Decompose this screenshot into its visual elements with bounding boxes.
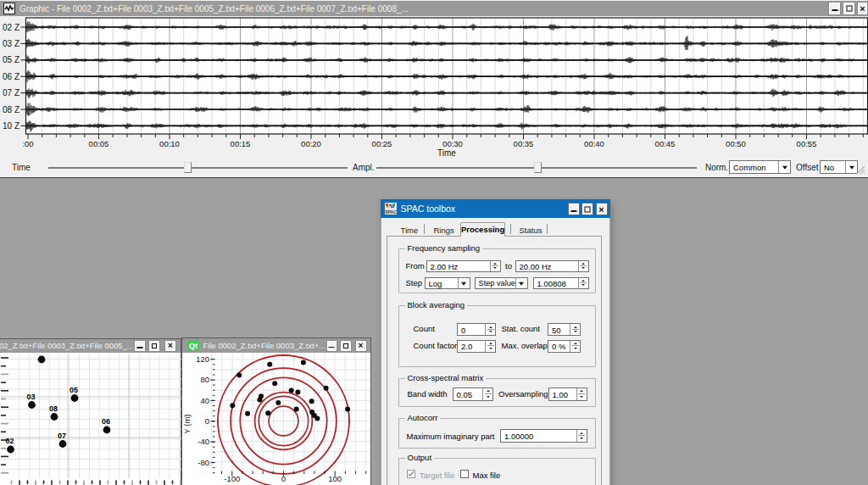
svg-text::00: :00 (22, 139, 33, 148)
svg-text:05 Z: 05 Z (3, 55, 19, 64)
svg-text:-100: -100 (224, 474, 240, 483)
svg-text:02 Z: 02 Z (3, 23, 19, 32)
svg-text:-40: -40 (198, 437, 209, 446)
svg-text:0: 0 (281, 474, 285, 483)
svg-text:00:15: 00:15 (231, 139, 251, 148)
svg-text:05: 05 (70, 385, 78, 393)
svg-text:00:25: 00:25 (372, 139, 392, 148)
svg-text:00:55: 00:55 (797, 139, 817, 148)
svg-text:06 Z: 06 Z (3, 72, 19, 81)
svg-text:08 Z: 08 Z (3, 105, 19, 114)
svg-text:Time: Time (437, 148, 456, 158)
svg-text:00:45: 00:45 (655, 139, 676, 148)
svg-text:10 Z: 10 Z (3, 121, 19, 131)
svg-text:00:35: 00:35 (514, 139, 534, 148)
svg-text:80: 80 (200, 375, 209, 384)
svg-text:00:50: 00:50 (726, 139, 746, 148)
svg-text:00:10: 00:10 (159, 139, 180, 148)
svg-text:0: 0 (204, 416, 209, 426)
svg-text:100: 100 (328, 474, 342, 483)
svg-text:00:30: 00:30 (442, 139, 463, 148)
svg-text:07 Z: 07 Z (3, 88, 19, 98)
svg-text:120: 120 (196, 354, 209, 363)
svg-text:SPAC: SPAC (385, 209, 397, 215)
svg-text:00:05: 00:05 (89, 139, 109, 148)
svg-text:08: 08 (49, 404, 58, 412)
svg-text:-80: -80 (198, 457, 209, 466)
svg-text:03: 03 (26, 392, 35, 400)
svg-text:06: 06 (102, 417, 110, 426)
svg-text:07: 07 (58, 431, 66, 439)
svg-text:Y (m): Y (m) (182, 414, 192, 433)
svg-text:00:40: 00:40 (584, 139, 604, 148)
svg-text:00:20: 00:20 (301, 139, 321, 148)
svg-text:03 Z: 03 Z (3, 39, 19, 48)
svg-text:02: 02 (5, 437, 14, 445)
svg-text:40: 40 (200, 395, 209, 404)
